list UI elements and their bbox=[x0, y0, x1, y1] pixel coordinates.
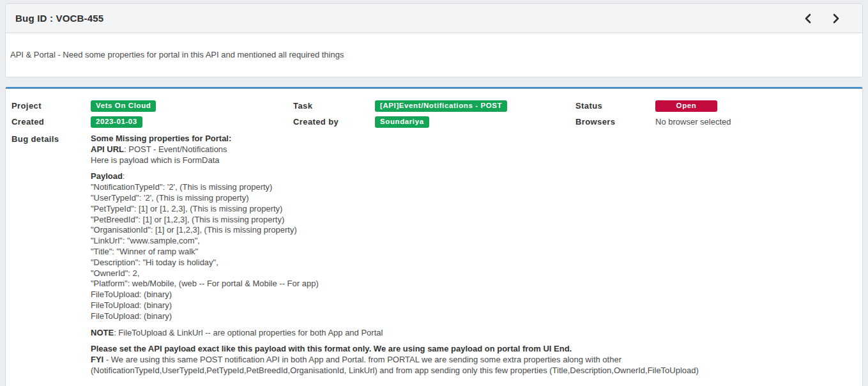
status-label: Status bbox=[575, 100, 655, 111]
created-date-badge: 2023-01-03 bbox=[91, 116, 142, 128]
bug-details-paragraph: NOTE: FileToUpload & LinkUrl -- are opti… bbox=[91, 328, 851, 339]
bug-details-content: Some Missing properties for Portal:API U… bbox=[91, 134, 851, 376]
status-open-badge[interactable]: Open bbox=[655, 100, 717, 112]
bug-details-line: Here is payload which is FormData bbox=[91, 155, 838, 166]
task-label: Task bbox=[293, 100, 375, 111]
project-badge: Vets On Cloud bbox=[91, 100, 156, 112]
bug-header-bar: Bug ID : VOCB-455 bbox=[6, 4, 862, 33]
bug-details-paragraph: Please set the API payload exact like th… bbox=[91, 344, 851, 376]
bug-details-line: FYI - We are using this same POST notifi… bbox=[91, 355, 838, 376]
bug-summary-text: API & Portal - Need some properties for … bbox=[10, 50, 344, 59]
created-value-cell: 2023-01-03 bbox=[91, 115, 293, 128]
created-by-value-cell: Soundariya bbox=[375, 115, 575, 128]
page-title: Bug ID : VOCB-455 bbox=[15, 13, 803, 24]
bug-details-line: Some Missing properties for Portal: bbox=[91, 134, 838, 144]
details-row-1: Project Vets On Cloud Task [API]Event/No… bbox=[11, 99, 851, 112]
bug-details-line: "Title": "Winner of ramp walk" bbox=[91, 247, 838, 258]
bug-details-line: Please set the API payload exact like th… bbox=[91, 344, 838, 355]
bug-details-line: "Description": "Hi today is holiday", bbox=[91, 258, 838, 268]
browsers-label: Browsers bbox=[575, 116, 655, 127]
bug-details-paragraph: Payload:"NotificationTypeId": '2', (This… bbox=[91, 171, 851, 321]
task-value-cell: [API]Event/Notifications - POST bbox=[375, 99, 575, 112]
bug-details-card: Project Vets On Cloud Task [API]Event/No… bbox=[5, 87, 863, 386]
bug-details-line: API URL: POST - Event/Notifications bbox=[91, 144, 838, 155]
chevron-right-icon bbox=[832, 13, 840, 24]
created-by-badge: Soundariya bbox=[375, 116, 429, 128]
bug-details-line: "PetTypeId": [1] or [1, 2,3], (This is m… bbox=[91, 204, 838, 215]
details-row-3: Bug details Some Missing properties for … bbox=[11, 134, 851, 376]
bug-details-line: Payload: bbox=[91, 171, 838, 182]
bug-details-line: "UserTypeId": '2', (This is missing prop… bbox=[91, 193, 838, 204]
bug-summary-section: API & Portal - Need some properties for … bbox=[6, 33, 862, 77]
browsers-value: No browser selected bbox=[655, 116, 851, 127]
task-badge: [API]Event/Notifications - POST bbox=[375, 100, 507, 112]
bug-details-paragraph: Some Missing properties for Portal:API U… bbox=[91, 134, 851, 166]
chevron-left-icon bbox=[804, 13, 812, 24]
project-value-cell: Vets On Cloud bbox=[91, 99, 293, 112]
bug-details-line: NOTE: FileToUpload & LinkUrl -- are opti… bbox=[91, 328, 838, 339]
created-label: Created bbox=[11, 116, 91, 127]
bug-details-line: FileToUpload: (binary) bbox=[91, 300, 838, 311]
bug-details-line: "OrganisationId": [1] or [1,2,3], (This … bbox=[91, 225, 838, 236]
status-value-cell: Open bbox=[655, 99, 851, 112]
bug-nav-arrows bbox=[803, 12, 841, 25]
bug-details-line: "OwnerId": 2, bbox=[91, 268, 838, 279]
bug-details-line: "Platform": web/Mobile, (web -- For port… bbox=[91, 279, 838, 290]
bug-details-line: "PetBreedId": [1] or [1,2,3], (This is m… bbox=[91, 215, 838, 226]
bug-details-line: FileToUpload: (binary) bbox=[91, 290, 838, 300]
project-label: Project bbox=[11, 100, 91, 111]
details-row-2: Created 2023-01-03 Created by Soundariya… bbox=[11, 115, 851, 128]
bug-header-card: Bug ID : VOCB-455 API & Portal - Need so… bbox=[5, 3, 863, 77]
bug-details-line: FileToUpload: (binary) bbox=[91, 311, 838, 322]
bug-details-line: "NotificationTypeId": '2', (This is miss… bbox=[91, 182, 838, 193]
previous-bug-button[interactable] bbox=[803, 12, 813, 25]
created-by-label: Created by bbox=[293, 116, 375, 127]
bug-details-line: "LinkUrl": "www.sample,com", bbox=[91, 236, 838, 247]
next-bug-button[interactable] bbox=[831, 12, 841, 25]
bug-details-label: Bug details bbox=[11, 134, 91, 144]
